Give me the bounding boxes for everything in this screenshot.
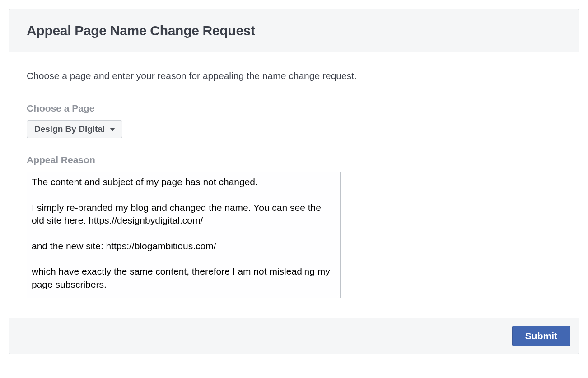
panel-body: Choose a page and enter your reason for …	[9, 52, 579, 318]
appeal-reason-group: Appeal Reason	[27, 154, 561, 300]
svg-marker-0	[110, 128, 115, 131]
choose-page-label: Choose a Page	[27, 103, 561, 114]
appeal-reason-textarea[interactable]	[27, 172, 341, 298]
panel-header: Appeal Page Name Change Request	[9, 9, 579, 52]
appeal-reason-label: Appeal Reason	[27, 154, 561, 165]
page-title: Appeal Page Name Change Request	[27, 23, 561, 38]
page-select-value: Design By Digital	[34, 124, 105, 134]
intro-text: Choose a page and enter your reason for …	[27, 70, 561, 81]
appeal-panel: Appeal Page Name Change Request Choose a…	[9, 9, 579, 354]
panel-footer: Submit	[9, 318, 579, 354]
page-select-dropdown[interactable]: Design By Digital	[27, 120, 122, 138]
submit-button[interactable]: Submit	[512, 326, 570, 346]
choose-page-group: Choose a Page Design By Digital	[27, 103, 561, 138]
caret-down-icon	[109, 127, 116, 131]
